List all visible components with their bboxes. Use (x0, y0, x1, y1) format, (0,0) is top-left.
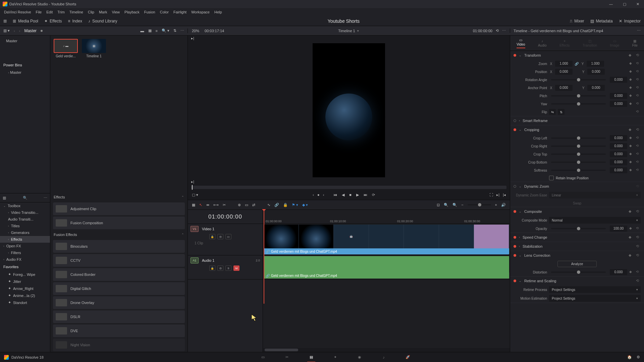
viewer-zoom[interactable]: 20% (192, 29, 199, 33)
panel-options-icon[interactable]: ⋯ (44, 196, 47, 200)
position-lock-icon[interactable]: 🔒 (283, 203, 288, 207)
bypass-icon[interactable]: ▢ ▾ (192, 193, 198, 197)
lens-header[interactable]: Lens Correction (524, 253, 550, 257)
sync-icon[interactable]: ⟲ (496, 28, 499, 33)
crop-top-slider[interactable] (551, 154, 606, 155)
view-list-icon[interactable]: ≡ (156, 29, 158, 33)
track-solo-button[interactable]: S (225, 265, 231, 271)
flag-icon[interactable]: ⚑ ▾ (292, 203, 298, 207)
fx-item[interactable]: DSLR (53, 310, 185, 323)
reset-icon[interactable]: ⟲ (636, 110, 641, 114)
next-edit-icon[interactable]: › (323, 193, 324, 197)
crop-bottom-input[interactable]: 0.000 (610, 159, 627, 165)
search-icon[interactable]: 🔍 ▾ (162, 28, 169, 33)
page-fairlight-icon[interactable]: ♪ (380, 354, 388, 361)
pitch-slider[interactable] (551, 95, 606, 97)
audio-meter-icon[interactable]: 🔊 (501, 203, 506, 207)
inspector-tab-audio[interactable]: ♪Audio (538, 39, 547, 47)
viewer-jog-bar[interactable] (191, 186, 506, 189)
inspector-tab-effects[interactable]: ✦Effects (559, 39, 570, 47)
toolbox-openfx[interactable]: ›Open FX (0, 243, 50, 249)
nav-back-icon[interactable]: ‹ (14, 29, 15, 33)
play-reverse-icon[interactable]: ◀ (342, 193, 344, 197)
fx-item[interactable]: Drone Overlay (53, 296, 185, 309)
favorite-item[interactable]: ✦ Anime...la (2) (0, 292, 50, 299)
viewer-options-icon[interactable]: ⋯ (502, 28, 506, 33)
retime-icon[interactable]: ∿ (267, 203, 270, 207)
crop-right-input[interactable]: 0.000 (610, 143, 627, 149)
swap-button[interactable]: Swap (573, 201, 581, 205)
flip-h-button[interactable]: ⇋ (549, 109, 556, 115)
analyze-button[interactable]: Analyze (557, 261, 597, 267)
options-icon[interactable]: ⋯ (180, 28, 184, 33)
next-clip-icon[interactable]: ▸| (496, 193, 499, 197)
transform-header[interactable]: Transform (524, 53, 541, 57)
smart-reframe-header[interactable]: Smart Reframe (523, 119, 548, 123)
match-frame-out-icon[interactable]: ▸| (191, 180, 194, 184)
zoom-in-icon[interactable]: + (495, 203, 497, 207)
inspector-tab-file[interactable]: ▦File (632, 39, 638, 47)
inspector-options-icon[interactable]: ⋯ (637, 28, 641, 33)
composite-mode-dropdown[interactable]: Normal▾ (549, 217, 641, 224)
zoom-out-icon[interactable]: − (461, 203, 463, 207)
bin-master[interactable]: Master (0, 38, 50, 44)
yaw-slider[interactable] (551, 103, 606, 105)
keyframe-icon[interactable]: ◆ (629, 94, 634, 98)
menu-item[interactable]: Timeline (69, 10, 83, 14)
track-autoselect-icon[interactable]: ◎ (217, 265, 223, 271)
reset-icon[interactable]: ⟲ (636, 77, 641, 82)
retain-checkbox[interactable] (549, 176, 554, 180)
section-toggle[interactable] (514, 128, 516, 131)
cropping-header[interactable]: Cropping (524, 128, 539, 132)
yaw-input[interactable]: 0.000 (610, 101, 627, 107)
timeline-ruler[interactable]: 01:00:00:00 01:00:10:00 01:00:20:00 01:0… (263, 210, 510, 224)
reset-icon[interactable]: ⟲ (636, 53, 641, 58)
menu-item[interactable]: View (112, 10, 120, 14)
keyframe-icon[interactable]: ◆ (629, 127, 633, 132)
dynamic-zoom-header[interactable]: Dynamic Zoom (524, 184, 549, 188)
panel-search-icon[interactable]: 🔍 (23, 196, 27, 200)
dynamic-trim-icon[interactable]: ⟷ (213, 203, 219, 207)
stop-dot-icon[interactable]: ● (317, 193, 320, 197)
audio-track-header[interactable]: A1 Audio 1 2.0 🔒 ◎ S M (188, 255, 263, 280)
prev-clip-icon[interactable]: |◂ (503, 193, 506, 197)
track-disable-icon[interactable]: ▭ (225, 234, 231, 239)
distortion-slider[interactable] (551, 272, 606, 273)
toolbox-effects[interactable]: ›Effects (0, 236, 50, 243)
section-toggle[interactable] (514, 185, 516, 188)
pos-y-input[interactable]: 0.000 (587, 69, 605, 75)
flip-v-button[interactable]: ⇅ (558, 109, 565, 115)
sort-icon[interactable]: ⇅ (173, 28, 176, 33)
fx-item[interactable]: Colored Border (53, 268, 185, 281)
reset-icon[interactable]: ⟲ (636, 69, 641, 74)
section-toggle[interactable] (514, 210, 516, 213)
video-clip[interactable]: 🤖 🔗Geld verdienen mit Blogs und ChatGPT.… (264, 225, 509, 254)
bin-view-icon[interactable]: ▥ ▾ (3, 28, 10, 33)
timeline-view-icon[interactable]: ▦ (192, 203, 195, 207)
track-lock-icon[interactable]: 🔒 (209, 234, 215, 239)
menu-item[interactable]: Clip (88, 10, 94, 14)
menu-item[interactable]: Fairlight (173, 10, 186, 14)
stabilization-header[interactable]: Stabilization (523, 244, 542, 248)
menu-item[interactable]: File (36, 10, 42, 14)
replace-clip-icon[interactable]: ⇄ (252, 203, 255, 207)
fx-adjustment-clip[interactable]: Adjustment Clip (53, 202, 185, 215)
menu-item[interactable]: Fusion (144, 10, 155, 14)
index-button[interactable]: ≡Index (68, 19, 82, 23)
toolbox-audiofx[interactable]: ›Audio FX (0, 256, 50, 263)
inspector-button[interactable]: ✕Inspector (619, 19, 641, 23)
zoom-detail-icon[interactable]: 🔍 (444, 203, 448, 207)
bin-path[interactable]: Master (24, 28, 37, 33)
crop-top-input[interactable]: 0.000 (610, 151, 627, 157)
view-metadata-icon[interactable]: ▬ (141, 29, 144, 33)
minimize-button[interactable]: — (607, 1, 615, 7)
prev-edit-icon[interactable]: ‹ (313, 193, 314, 197)
menu-item[interactable]: Playback (124, 10, 140, 14)
softness-input[interactable]: 0.000 (610, 167, 627, 173)
media-timeline[interactable]: ▦ Timeline 1 (82, 39, 106, 58)
keyframe-icon[interactable]: ◆ (629, 53, 633, 58)
reset-icon[interactable]: ⟲ (636, 94, 641, 98)
menu-item[interactable]: Help (214, 10, 222, 14)
match-frame-icon[interactable]: ▸| (191, 36, 194, 40)
inspector-tab-image[interactable]: ▭Image (610, 39, 620, 47)
